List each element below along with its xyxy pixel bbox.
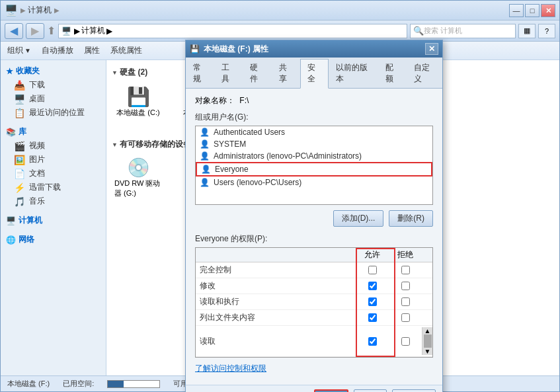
sidebar-item-music[interactable]: 🎵 音乐: [1, 194, 106, 208]
perm-full-deny[interactable]: [389, 266, 422, 274]
tab-security[interactable]: 安全: [300, 59, 329, 89]
user-item-everyone[interactable]: 👤 Everyone: [196, 162, 432, 176]
dvd-icon: 💿: [127, 157, 150, 178]
dialog-body: 对象名称： F:\ 组或用户名(G): 👤 Authenticated User…: [186, 89, 442, 385]
dialog-title: 本地磁盘 (F:) 属性: [204, 44, 268, 55]
dialog-close-button[interactable]: ✕: [425, 43, 438, 55]
sidebar-item-video[interactable]: 🎬 视频: [1, 139, 106, 153]
perm-read-allow[interactable]: [356, 337, 389, 346]
user-icon-1: 👤: [200, 139, 210, 149]
tab-sharing[interactable]: 共享: [272, 59, 300, 88]
sidebar-item-desktop[interactable]: 🖥️ 桌面: [1, 92, 106, 106]
title-bar-controls: — □ ✕: [509, 4, 555, 17]
perm-list-folder: 列出文件夹内容: [196, 310, 432, 326]
scroll-down-btn[interactable]: ▼: [424, 348, 431, 355]
user-item-administrators[interactable]: 👤 Administrators (lenovo-PC\Administrato…: [196, 150, 432, 162]
search-icon: 🔍: [413, 26, 424, 36]
perm-read-exec-deny[interactable]: [389, 297, 422, 306]
help-button[interactable]: ?: [538, 24, 555, 38]
video-icon: 🎬: [14, 141, 25, 151]
toolbar-autoplay[interactable]: 自动播放: [42, 45, 73, 56]
users-list[interactable]: 👤 Authenticated Users 👤 SYSTEM 👤 Adminis…: [195, 126, 433, 205]
perm-scrollbar[interactable]: ▲ ▼: [422, 327, 432, 355]
perm-list-allow[interactable]: [356, 313, 389, 322]
remove-button[interactable]: 删除(R): [389, 210, 433, 227]
view-controls: ▦ ?: [518, 24, 555, 38]
checkbox-modify-allow[interactable]: [368, 282, 377, 290]
checkbox-read-exec-deny[interactable]: [401, 297, 410, 306]
tab-previous-versions[interactable]: 以前的版本: [329, 59, 378, 88]
sidebar-network-title[interactable]: 🌐 网络: [1, 233, 106, 247]
drive-label: 本地磁盘 (F:): [7, 379, 50, 389]
user-icon-3: 👤: [201, 165, 211, 174]
checkbox-modify-deny[interactable]: [401, 282, 410, 290]
minimize-button[interactable]: —: [509, 4, 524, 17]
toolbar-system-properties[interactable]: 系统属性: [110, 45, 142, 56]
tab-quota[interactable]: 配额: [378, 59, 407, 88]
perm-full-allow[interactable]: [356, 266, 389, 274]
search-box[interactable]: 🔍 搜索 计算机: [410, 24, 516, 38]
sidebar-favorites-title[interactable]: ★ 收藏夹: [1, 64, 106, 78]
sidebar-network: 🌐 网络: [1, 233, 106, 247]
dvd-item[interactable]: 💿 DVD RW 驱动器 (G:): [112, 154, 165, 201]
checkbox-read-allow[interactable]: [368, 337, 377, 346]
perm-list-deny[interactable]: [389, 313, 422, 322]
sidebar-item-recent[interactable]: 📋 最近访问的位置: [1, 106, 106, 120]
address-bar[interactable]: 🖥️ ▶ 计算机 ▶: [58, 24, 407, 38]
access-control-link[interactable]: 了解访问控制和权限: [195, 363, 433, 374]
checkbox-read-exec-allow[interactable]: [368, 297, 377, 306]
used-label: 已用空间:: [63, 379, 94, 389]
sidebar-computer-title[interactable]: 🖥️ 计算机: [1, 214, 106, 227]
view-menu-button[interactable]: ▦: [518, 24, 536, 38]
perm-modify-allow[interactable]: [356, 282, 389, 290]
user-item-authenticated[interactable]: 👤 Authenticated Users: [196, 126, 432, 138]
cancel-button[interactable]: 取消: [354, 389, 387, 392]
restore-button[interactable]: □: [525, 4, 540, 17]
sidebar-library-title[interactable]: 📚 库: [1, 125, 106, 139]
perm-read-exec-allow[interactable]: [356, 297, 389, 306]
permissions-label: Everyone 的权限(P):: [195, 233, 433, 245]
add-button[interactable]: 添加(D)...: [333, 210, 384, 227]
sidebar-item-download[interactable]: 📥 下载: [1, 78, 106, 92]
checkbox-list-deny[interactable]: [401, 313, 410, 322]
tab-custom[interactable]: 自定义: [407, 59, 442, 88]
computer-icon: 🖥️: [6, 216, 16, 225]
dialog-tabs: 常规 工具 硬件 共享 安全 以前的版本 配额 自定义: [186, 58, 442, 89]
star-icon: ★: [6, 67, 13, 76]
ok-button[interactable]: 确定: [314, 389, 348, 392]
checkbox-list-allow[interactable]: [368, 313, 377, 322]
user-icon-4: 👤: [200, 178, 210, 187]
tab-hardware[interactable]: 硬件: [243, 59, 271, 88]
checkbox-read-deny[interactable]: [401, 337, 410, 346]
close-button[interactable]: ✕: [541, 4, 555, 17]
sidebar-item-pictures[interactable]: 🖼️ 图片: [1, 153, 106, 167]
sidebar-item-documents[interactable]: 📄 文档: [1, 167, 106, 180]
nav-bar: ◀ ▶ ⬆ 🖥️ ▶ 计算机 ▶ 🔍 搜索 计算机 ▦ ?: [1, 20, 559, 42]
scroll-thumb: [424, 334, 432, 348]
perm-modify-deny[interactable]: [389, 282, 422, 290]
tab-general[interactable]: 常规: [186, 59, 214, 88]
back-button[interactable]: ◀: [5, 23, 23, 39]
sidebar-item-thunder[interactable]: ⚡ 迅雷下载: [1, 180, 106, 194]
scroll-up-btn[interactable]: ▲: [424, 327, 431, 334]
user-item-users[interactable]: 👤 Users (lenovo-PC\Users): [196, 176, 432, 188]
forward-button[interactable]: ▶: [26, 23, 44, 39]
object-label: 对象名称：: [195, 96, 235, 105]
allow-header: 允许: [356, 248, 389, 262]
user-item-system[interactable]: 👤 SYSTEM: [196, 138, 432, 150]
checkbox-full-deny[interactable]: [401, 266, 410, 274]
apply-button[interactable]: 应用(A): [392, 389, 436, 392]
perm-read-deny[interactable]: [389, 337, 422, 346]
user-icon-2: 👤: [200, 151, 210, 161]
toolbar-organize[interactable]: 组织 ▼: [7, 45, 31, 56]
tab-tools[interactable]: 工具: [214, 59, 243, 88]
perm-full-control: 完全控制: [196, 262, 432, 278]
disk-c-item[interactable]: 💾 本地磁盘 (C:): [112, 83, 165, 120]
music-icon: 🎵: [14, 196, 25, 207]
progress-bar: [107, 380, 160, 388]
up-button[interactable]: ⬆: [47, 24, 56, 37]
object-value: F:\: [239, 96, 249, 105]
toolbar-properties[interactable]: 属性: [84, 45, 100, 56]
checkbox-full-allow[interactable]: [368, 266, 377, 274]
download-icon: 📥: [14, 80, 25, 91]
